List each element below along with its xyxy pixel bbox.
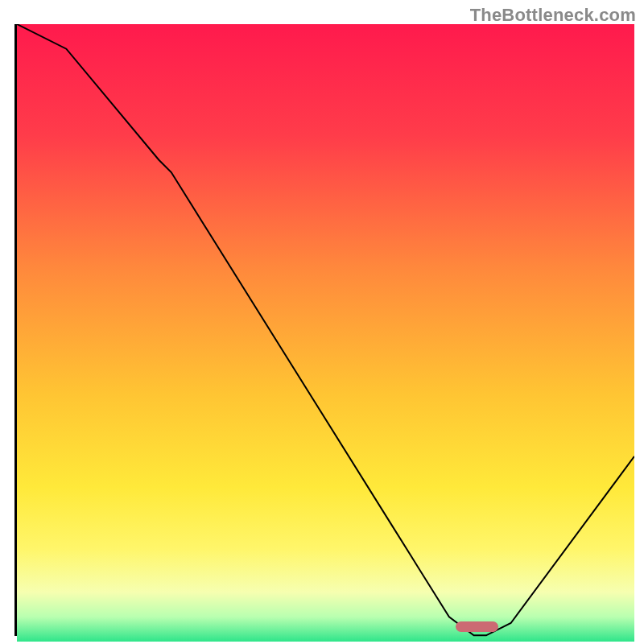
optimal-marker bbox=[456, 621, 499, 632]
chart-plot-area bbox=[14, 24, 634, 636]
chart-curve bbox=[17, 24, 634, 642]
watermark-text: TheBottleneck.com bbox=[470, 5, 636, 26]
